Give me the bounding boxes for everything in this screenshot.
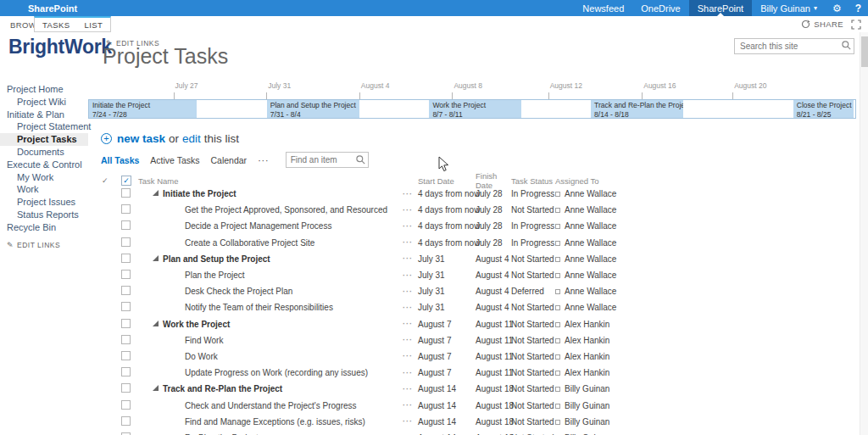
- suite-link-onedrive[interactable]: OneDrive: [632, 0, 688, 16]
- col-task-status[interactable]: Task Status: [511, 176, 555, 186]
- tab-tasks[interactable]: TASKS: [42, 20, 70, 30]
- row-menu-ellipsis[interactable]: ···: [403, 238, 418, 247]
- search-icon[interactable]: [356, 155, 365, 165]
- row-checkbox[interactable]: [121, 383, 131, 393]
- focus-button[interactable]: [851, 20, 861, 30]
- scrollbar-thumb[interactable]: [861, 36, 868, 67]
- row-menu-ellipsis[interactable]: ···: [403, 352, 418, 360]
- row-checkbox[interactable]: [121, 286, 131, 295]
- vertical-scrollbar[interactable]: [860, 32, 868, 435]
- task-name-cell[interactable]: Notify the Team of their Responsibilitie…: [138, 303, 403, 312]
- sidebar-item-execute-control[interactable]: Execute & Control: [0, 159, 88, 171]
- row-checkbox[interactable]: [121, 254, 131, 263]
- task-name-cell[interactable]: Create a Collaborative Project Site: [138, 238, 403, 248]
- sidebar-item-project-tasks[interactable]: Project Tasks: [0, 133, 88, 146]
- timeline-bar-work-the-project[interactable]: Work the Project8/7 - 8/11: [429, 100, 520, 118]
- sidebar-item-project-statement[interactable]: Project Statement: [0, 120, 88, 133]
- sidebar-item-documents[interactable]: Documents: [0, 146, 88, 159]
- assigned-name[interactable]: Anne Wallace: [565, 270, 616, 280]
- row-checkbox[interactable]: [121, 319, 131, 328]
- task-name-cell[interactable]: Work the Project: [138, 320, 403, 329]
- row-checkbox[interactable]: [121, 367, 131, 376]
- select-all-icon[interactable]: ✓: [121, 176, 131, 186]
- row-checkbox[interactable]: [121, 351, 131, 360]
- task-name-cell[interactable]: Find and Manage Exceptions (e.g. issues,…: [138, 417, 403, 427]
- user-menu[interactable]: Billy Guinan ▾: [752, 0, 826, 16]
- help-button[interactable]: ?: [849, 0, 868, 16]
- assigned-name[interactable]: Billy Guinan: [565, 417, 609, 427]
- row-menu-ellipsis[interactable]: ···: [403, 222, 418, 231]
- row-menu-ellipsis[interactable]: ···: [403, 369, 418, 377]
- task-name-cell[interactable]: Update Progress on Work (recording any i…: [138, 368, 403, 377]
- more-views-ellipsis[interactable]: ···: [258, 155, 270, 165]
- assigned-name[interactable]: Alex Hankin: [565, 336, 609, 345]
- task-name-cell[interactable]: Desk Check the Project Plan: [138, 287, 403, 296]
- row-menu-ellipsis[interactable]: ···: [403, 304, 418, 312]
- assigned-name[interactable]: Anne Wallace: [565, 205, 616, 215]
- suite-link-sharepoint[interactable]: SharePoint: [689, 0, 752, 16]
- assigned-name[interactable]: Anne Wallace: [565, 221, 616, 231]
- group-collapse-icon[interactable]: [153, 255, 159, 261]
- timeline-bar-track-and-re-plan-the-project[interactable]: Track and Re-Plan the Project8/14 - 8/18: [591, 100, 683, 118]
- task-name-cell[interactable]: Initiate the Project: [138, 189, 403, 198]
- assigned-name[interactable]: Alex Hankin: [565, 352, 609, 361]
- row-menu-ellipsis[interactable]: ···: [403, 385, 418, 393]
- row-checkbox[interactable]: [121, 220, 131, 230]
- row-menu-ellipsis[interactable]: ···: [403, 254, 418, 263]
- row-menu-ellipsis[interactable]: ···: [403, 336, 418, 344]
- task-name-cell[interactable]: Find Work: [138, 336, 403, 345]
- edit-list-link[interactable]: edit: [182, 132, 201, 145]
- row-menu-ellipsis[interactable]: ···: [403, 401, 418, 410]
- assigned-name[interactable]: Anne Wallace: [565, 189, 616, 198]
- assigned-name[interactable]: Anne Wallace: [565, 287, 616, 296]
- sidebar-item-recycle-bin[interactable]: Recycle Bin: [0, 221, 88, 234]
- task-name-cell[interactable]: Plan and Setup the Project: [138, 254, 403, 264]
- assigned-name[interactable]: Billy Guinan: [565, 384, 609, 393]
- col-finish-date[interactable]: Finish Date: [476, 171, 511, 190]
- tab-list[interactable]: LIST: [84, 20, 103, 30]
- group-collapse-icon[interactable]: [153, 385, 159, 391]
- assigned-name[interactable]: Anne Wallace: [565, 254, 616, 264]
- row-checkbox[interactable]: [121, 400, 131, 410]
- group-collapse-icon[interactable]: [153, 190, 159, 196]
- row-menu-ellipsis[interactable]: ···: [403, 287, 418, 296]
- row-menu-ellipsis[interactable]: ···: [403, 190, 418, 198]
- row-checkbox[interactable]: [121, 270, 131, 279]
- row-checkbox[interactable]: [121, 237, 131, 247]
- sidebar-item-work[interactable]: Work: [0, 183, 88, 196]
- view-all-tasks[interactable]: All Tasks: [101, 155, 139, 165]
- sidebar-edit-links[interactable]: ✎EDIT LINKS: [0, 241, 88, 249]
- assigned-name[interactable]: Billy Guinan: [565, 401, 609, 410]
- assigned-name[interactable]: Alex Hankin: [565, 320, 609, 329]
- task-name-cell[interactable]: Do Work: [138, 352, 403, 361]
- share-button[interactable]: SHARE: [801, 20, 843, 29]
- sidebar-item-project-issues[interactable]: Project Issues: [0, 196, 88, 209]
- sidebar-item-initiate-plan[interactable]: Initiate & Plan: [0, 109, 88, 121]
- task-name-cell[interactable]: Decide a Project Management Process: [138, 221, 403, 231]
- row-menu-ellipsis[interactable]: ···: [403, 271, 418, 280]
- brightwork-logo[interactable]: BrightWork: [8, 36, 112, 59]
- sidebar-item-my-work[interactable]: My Work: [0, 171, 88, 184]
- settings-button[interactable]: ⚙: [826, 0, 849, 16]
- col-start-date[interactable]: Start Date: [418, 176, 476, 186]
- row-checkbox[interactable]: [121, 335, 131, 344]
- assigned-name[interactable]: Anne Wallace: [565, 303, 616, 312]
- col-assigned-to[interactable]: Assigned To: [555, 176, 856, 186]
- row-checkbox[interactable]: [121, 416, 131, 426]
- view-calendar[interactable]: Calendar: [211, 155, 248, 165]
- group-collapse-icon[interactable]: [153, 321, 159, 326]
- new-task-link[interactable]: new task: [117, 132, 165, 145]
- timeline-bar-initiate-the-project[interactable]: Initiate the Project7/24 - 7/28: [89, 100, 197, 118]
- search-icon[interactable]: [842, 41, 851, 50]
- assigned-name[interactable]: Anne Wallace: [565, 238, 616, 248]
- sidebar-item-status-reports[interactable]: Status Reports: [0, 209, 88, 221]
- timeline-bar-close-the-project[interactable]: Close the Project8/21 - 8/25: [793, 100, 854, 118]
- view-active-tasks[interactable]: Active Tasks: [150, 155, 199, 165]
- sidebar-item-project-wiki[interactable]: Project Wiki: [0, 96, 88, 109]
- suite-link-newsfeed[interactable]: Newsfeed: [574, 0, 632, 16]
- timeline-bar-plan-and-setup-the-project[interactable]: Plan and Setup the Project7/31 - 8/4: [267, 100, 359, 118]
- row-checkbox[interactable]: [121, 204, 131, 214]
- task-name-cell[interactable]: Plan the Project: [138, 270, 403, 280]
- row-menu-ellipsis[interactable]: ···: [403, 417, 418, 426]
- col-task-name[interactable]: Task Name: [138, 176, 403, 186]
